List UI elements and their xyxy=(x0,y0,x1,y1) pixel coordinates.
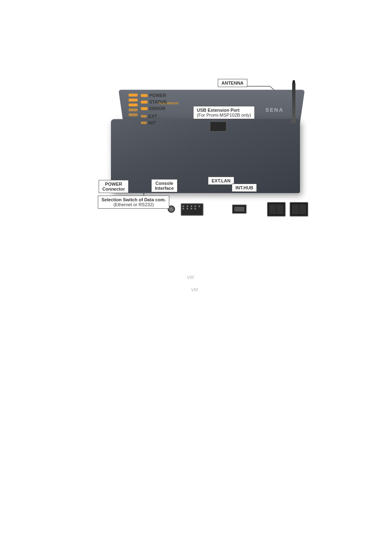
led-error xyxy=(129,104,138,106)
power-label: POWER xyxy=(149,93,166,98)
eth-port-ext xyxy=(267,202,286,216)
antenna-stick xyxy=(292,82,295,119)
sena-label: SENA xyxy=(265,107,284,113)
ext-label: EXT xyxy=(148,114,157,119)
device-body xyxy=(111,119,300,193)
led-label-group: POWER STATUS ERROR EXT INT xyxy=(141,93,166,125)
usb-port xyxy=(232,205,247,214)
console-interface-label: Console Interface xyxy=(151,179,178,192)
ext-led-bar xyxy=(141,115,147,117)
int-hub-label: INT.HUB xyxy=(232,184,257,192)
eth-port-int xyxy=(290,202,308,216)
status-label: STATUS xyxy=(149,99,166,104)
int-led-bar xyxy=(141,122,147,124)
led-status xyxy=(129,99,138,101)
diagram-container: Promi MSP100 SENA xyxy=(62,49,341,279)
led-int xyxy=(129,113,138,116)
page-mark-2: VIII xyxy=(191,287,198,292)
ext-lan-label: EXT.LAN xyxy=(208,177,234,185)
serial-port xyxy=(181,203,203,216)
power-connector-label: POWER Connector xyxy=(99,180,129,193)
antenna-tip xyxy=(293,80,295,83)
int-label: INT xyxy=(148,120,156,125)
page-mark-1: VIII xyxy=(187,275,194,280)
error-label: ERROR xyxy=(149,106,166,111)
led-indicators xyxy=(129,94,138,116)
usb-ext-port-label: USB Extension Port (For Promi-MSP102B on… xyxy=(193,106,255,119)
antenna-box-label: ANTENNA xyxy=(218,79,247,87)
led-ext xyxy=(129,108,138,111)
error-led-bar xyxy=(141,107,148,110)
status-led-bar xyxy=(141,101,148,104)
power-led-bar xyxy=(141,94,148,97)
selection-switch-label: Selection Switch of Data com. (Ethernet … xyxy=(98,196,169,209)
antenna-base xyxy=(291,117,296,123)
led-power xyxy=(129,94,138,97)
blank-panel xyxy=(210,121,227,132)
